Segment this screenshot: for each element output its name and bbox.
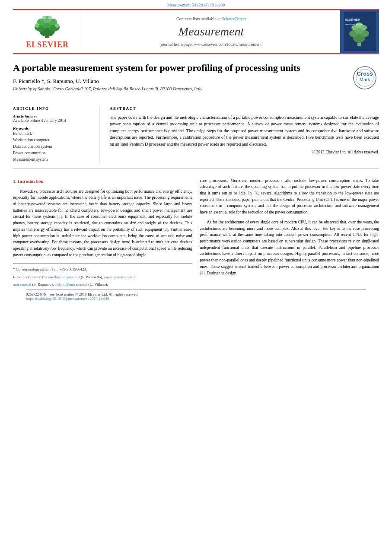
- copyright-line: © 2013 Elsevier Ltd. All rights reserved…: [110, 150, 379, 154]
- issn-line: 0263-2241/$ – see front matter © 2013 El…: [26, 292, 366, 296]
- crossmark-icon: Cross Mark: [353, 66, 377, 90]
- article-title-block: A portable measurement system for power …: [13, 62, 300, 96]
- journal-homepage: journal homepage: www.elsevier.com/locat…: [161, 42, 262, 47]
- abstract-text: The paper deals with the design and the …: [110, 114, 379, 148]
- svg-text:Cross: Cross: [357, 70, 373, 77]
- abstract-column: ABSTRACT The paper deals with the design…: [108, 106, 379, 163]
- svg-point-10: [42, 16, 46, 19]
- svg-text:www.elsevier.com: www.elsevier.com: [345, 23, 363, 25]
- svg-point-8: [35, 23, 39, 28]
- contents-line: Contents lists available at ScienceDirec…: [176, 16, 246, 21]
- keyword-2: Workstation computer: [13, 137, 94, 143]
- history-value: Available online 4 January 2014: [13, 118, 94, 123]
- authors: F. Picariello *, S. Rapuano, U. Villano: [13, 78, 300, 85]
- affiliation: University of Sannio, Corso Garibaldi 10…: [13, 86, 300, 91]
- citation-text: Measurement 54 (2014) 191–200: [167, 3, 225, 7]
- ref-1[interactable]: [1]: [57, 214, 62, 219]
- elsevier-logo-section: ELSEVIER: [13, 10, 82, 53]
- footnote-area: * Corresponding author. Tel.: +39 388196…: [13, 263, 192, 287]
- journal-right-box: ELSEVIER www.elsevier.com: [340, 10, 379, 53]
- svg-text:ELSEVIER: ELSEVIER: [345, 18, 360, 21]
- main-content: A portable measurement system for power …: [13, 54, 379, 303]
- footnote-corresponding: * Corresponding author. Tel.: +39 388196…: [13, 266, 192, 272]
- crossmark-logo: Cross Mark: [353, 66, 379, 91]
- elsevier-wordmark: ELSEVIER: [26, 40, 69, 49]
- sciencedirect-link[interactable]: ScienceDirect: [222, 16, 246, 21]
- keyword-5: Measurement system: [13, 156, 94, 163]
- elsevier-tree-icon: [28, 14, 67, 39]
- email-picariello[interactable]: fpicariello@unisannio.it: [42, 275, 80, 279]
- citation-bar: Measurement 54 (2014) 191–200: [0, 0, 392, 9]
- right-logo-icon: ELSEVIER www.elsevier.com: [344, 12, 376, 51]
- keywords-label: Keywords:: [13, 126, 94, 131]
- keywords-list: Benchmark Workstation computer Data acqu…: [13, 131, 94, 163]
- body-left-column: 1. Introduction Nowadays, processor arch…: [13, 178, 192, 289]
- article-info-heading: ARTICLE INFO: [13, 106, 94, 111]
- svg-point-9: [55, 23, 59, 28]
- journal-header: ELSEVIER Contents lists available at Sci…: [13, 9, 379, 54]
- svg-text:Mark: Mark: [360, 77, 370, 82]
- footnote-emails: E-mail addresses: fpicariello@unisannio.…: [13, 274, 192, 280]
- footnote-emails-2: unisannio.it (S. Rapuano), villano@unisa…: [13, 281, 192, 287]
- body-right-column: core processors. Moreover, modern proces…: [200, 178, 379, 289]
- journal-title: Measurement: [178, 25, 244, 38]
- ref-2[interactable]: [2]: [163, 227, 168, 232]
- intro-paragraph-right-1: core processors. Moreover, modern proces…: [200, 178, 379, 216]
- keyword-3: Data acquisition system: [13, 143, 94, 150]
- body-columns: 1. Introduction Nowadays, processor arch…: [13, 178, 379, 289]
- keyword-1: Benchmark: [13, 131, 94, 137]
- elsevier-logo: ELSEVIER: [26, 14, 69, 49]
- article-info-column: ARTICLE INFO Article history: Available …: [13, 106, 99, 163]
- article-title-section: A portable measurement system for power …: [13, 54, 379, 101]
- article-title: A portable measurement system for power …: [13, 62, 300, 74]
- abstract-heading: ABSTRACT: [110, 106, 379, 111]
- history-label: Article history:: [13, 114, 94, 118]
- doi-link[interactable]: http://dx.doi.org/10.1016/j.measurement.…: [26, 296, 109, 301]
- ref-3[interactable]: [3]: [253, 191, 258, 195]
- article-info-abstract-section: ARTICLE INFO Article history: Available …: [13, 101, 379, 169]
- introduction-heading: 1. Introduction: [13, 178, 192, 185]
- svg-point-11: [48, 16, 52, 19]
- keyword-4: Power consumption: [13, 150, 94, 156]
- email-rapuano[interactable]: rapano@unisannio.it: [104, 275, 137, 279]
- intro-paragraph-1: Nowadays, processor architectures are de…: [13, 188, 192, 258]
- ref-4[interactable]: [4]: [200, 271, 205, 275]
- email-villano[interactable]: villano@unisannio.it: [55, 282, 88, 287]
- intro-paragraph-right-2: As for the architecture of every single …: [200, 219, 379, 276]
- email-rapuano-2[interactable]: unisannio.it: [13, 282, 31, 287]
- bottom-bar: 0263-2241/$ – see front matter © 2013 El…: [26, 289, 366, 303]
- journal-info-section: Contents lists available at ScienceDirec…: [82, 10, 340, 53]
